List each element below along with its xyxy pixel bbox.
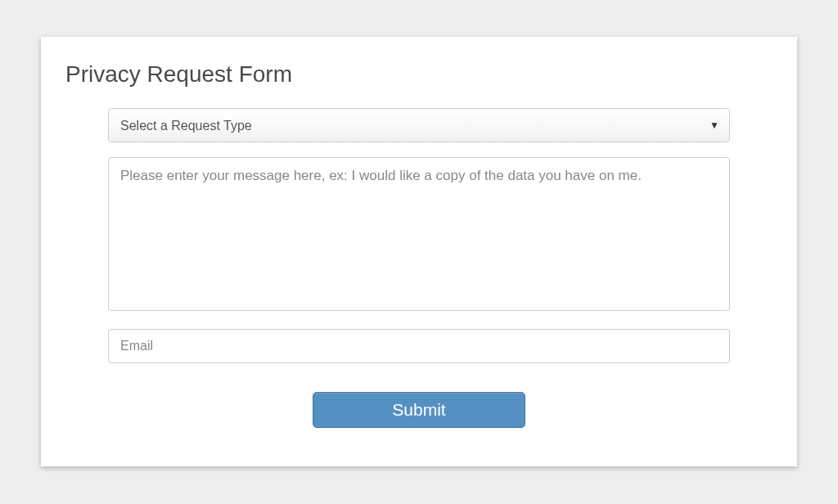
request-type-select[interactable]: Select a Request Type	[109, 109, 729, 142]
email-field[interactable]	[108, 329, 730, 363]
submit-button[interactable]: Submit	[313, 392, 525, 428]
form-title: Privacy Request Form	[65, 61, 773, 88]
form-area: Select a Request Type ▼ Submit	[65, 108, 773, 428]
request-type-select-wrap: Select a Request Type ▼	[108, 108, 730, 142]
submit-row: Submit	[108, 392, 730, 428]
message-textarea[interactable]	[108, 157, 730, 311]
privacy-request-card: Privacy Request Form Select a Request Ty…	[41, 37, 797, 466]
